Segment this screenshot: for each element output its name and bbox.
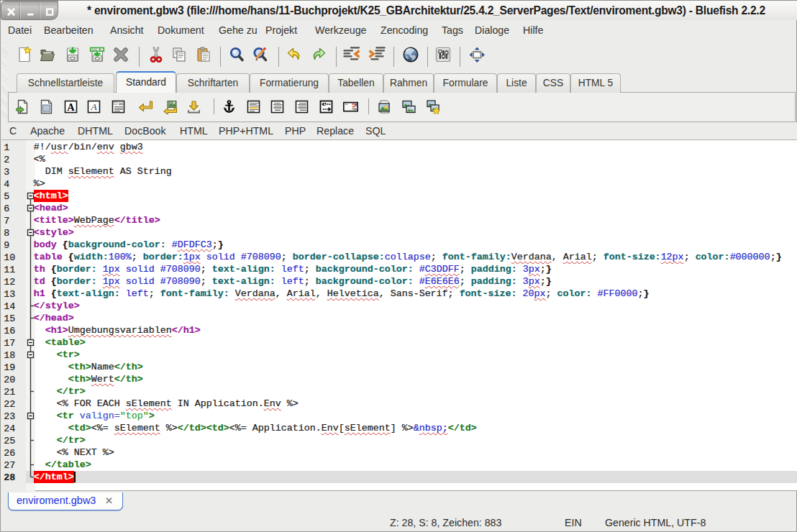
svg-text:A: A (90, 101, 97, 112)
svg-text:A: A (67, 101, 75, 112)
